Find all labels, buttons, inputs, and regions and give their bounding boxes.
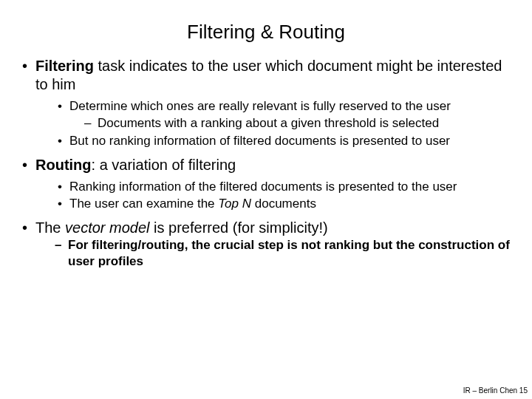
bullet-list: Filtering task indicates to the user whi… [18, 57, 514, 269]
filtering-term: Filtering [35, 58, 94, 74]
routing-desc: : a variation of filtering [92, 157, 236, 173]
slide-title: Filtering & Routing [18, 21, 514, 44]
top-n: Top N [218, 197, 251, 211]
routing-term: Routing [35, 157, 92, 173]
filtering-sub-relevance-sublist: Documents with a ranking about a given t… [69, 115, 514, 131]
text-c: documents [251, 197, 316, 211]
routing-sub-topn: The user can examine the Top N documents [55, 196, 514, 211]
text: For filtering/routing, the crucial step … [68, 238, 510, 267]
routing-sub-ranking: Ranking information of the filtered docu… [55, 179, 514, 194]
text: But no ranking information of filtered d… [69, 134, 450, 148]
bullet-vector-model: The vector model is preferred (for simpl… [18, 219, 514, 269]
filtering-sub-noranking: But no ranking information of filtered d… [55, 133, 514, 149]
text-a: The user can examine the [69, 197, 218, 211]
threshold-note: Documents with a ranking about a given t… [84, 115, 514, 131]
text: Determine which ones are really relevant… [69, 99, 451, 113]
filtering-desc: task indicates to the user which documen… [35, 58, 502, 92]
routing-sublist: Ranking information of the filtered docu… [35, 179, 514, 212]
text: Ranking information of the filtered docu… [69, 180, 457, 194]
slide-footer: IR – Berlin Chen 15 [463, 386, 528, 395]
text-c: is preferred (for simplicity!) [150, 219, 328, 236]
bullet-routing: Routing: a variation of filtering Rankin… [18, 156, 514, 212]
text-a: The [35, 219, 65, 236]
vector-model-note: For filtering/routing, the crucial step … [55, 237, 514, 269]
filtering-sub-relevance: Determine which ones are really relevant… [55, 98, 514, 132]
filtering-sublist: Determine which ones are really relevant… [35, 98, 514, 149]
vector-model-sublist: For filtering/routing, the crucial step … [35, 237, 514, 269]
vector-model-term: vector model [65, 219, 150, 236]
bullet-filtering: Filtering task indicates to the user whi… [18, 57, 514, 149]
text: Documents with a ranking about a given t… [98, 116, 439, 130]
